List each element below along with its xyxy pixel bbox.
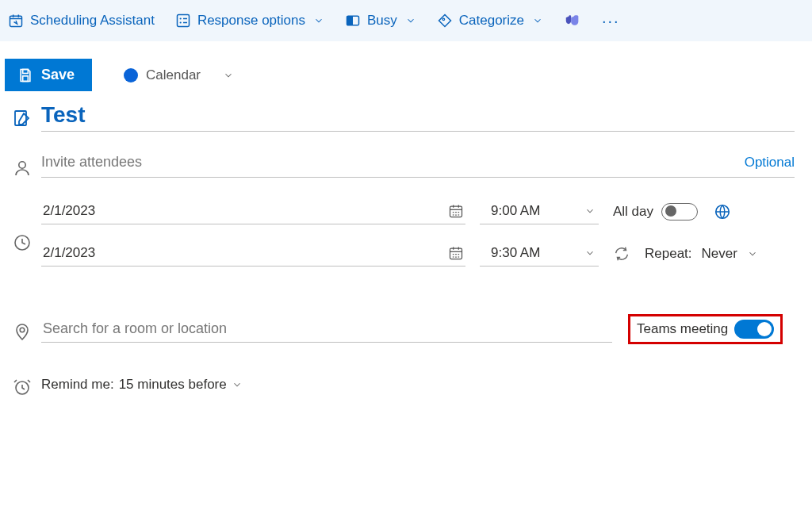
teams-app-button[interactable] xyxy=(564,12,581,29)
more-options-button[interactable]: ··· xyxy=(602,12,620,30)
attendees-input[interactable] xyxy=(41,154,745,171)
svg-point-38 xyxy=(20,328,25,332)
chevron-down-icon xyxy=(405,15,416,26)
scheduling-assistant-button[interactable]: Scheduling Assistant xyxy=(8,13,155,29)
teams-meeting-toggle[interactable] xyxy=(734,320,774,339)
repeat-label: Repeat: xyxy=(645,246,692,262)
calendar-icon xyxy=(448,203,464,219)
reminder-row: Remind me: 15 minutes before xyxy=(3,373,804,397)
svg-rect-12 xyxy=(23,69,29,73)
show-as-label: Busy xyxy=(367,13,397,29)
repeat-value: Never xyxy=(702,246,737,262)
start-time-field[interactable]: 9:00 AM xyxy=(480,198,599,224)
categorize-button[interactable]: Categorize xyxy=(437,13,543,29)
chevron-down-icon xyxy=(232,379,243,390)
svg-rect-10 xyxy=(347,16,353,25)
clock-icon xyxy=(13,233,32,252)
start-date-value: 2/1/2023 xyxy=(43,203,448,219)
start-line: 2/1/2023 9:00 AM All day xyxy=(41,198,804,224)
end-line: 2/1/2023 9:30 AM Repeat: Never xyxy=(41,240,804,267)
scheduling-assistant-label: Scheduling Assistant xyxy=(30,13,155,29)
end-time-value: 9:30 AM xyxy=(483,245,584,261)
save-label: Save xyxy=(41,67,75,83)
svg-point-11 xyxy=(442,18,445,21)
location-row: Teams meeting xyxy=(3,314,804,344)
chevron-down-icon xyxy=(313,15,324,26)
action-bar: Save Calendar xyxy=(0,41,812,99)
calendar-color-dot xyxy=(124,68,138,82)
all-day-toggle[interactable] xyxy=(661,203,698,220)
edit-icon xyxy=(13,109,32,128)
calendar-name: Calendar xyxy=(146,67,201,83)
chevron-down-icon xyxy=(584,205,596,217)
timezone-icon[interactable] xyxy=(714,203,731,220)
end-date-value: 2/1/2023 xyxy=(43,245,448,261)
svg-rect-4 xyxy=(177,15,189,27)
alarm-icon xyxy=(13,378,32,397)
show-as-button[interactable]: Busy xyxy=(345,13,416,29)
command-toolbar: Scheduling Assistant Response options Bu… xyxy=(0,0,812,41)
person-icon xyxy=(13,159,32,178)
response-options-icon xyxy=(175,13,191,29)
reminder-value: 15 minutes before xyxy=(119,377,227,393)
start-date-field[interactable]: 2/1/2023 xyxy=(41,198,465,224)
title-input[interactable] xyxy=(41,99,795,132)
svg-point-15 xyxy=(19,162,25,168)
optional-attendees-link[interactable]: Optional xyxy=(745,155,795,171)
save-icon xyxy=(17,67,33,83)
svg-point-6 xyxy=(179,21,181,23)
svg-point-5 xyxy=(179,17,181,19)
categorize-label: Categorize xyxy=(459,13,524,29)
teams-icon xyxy=(564,12,581,29)
svg-rect-13 xyxy=(23,75,29,81)
start-time-value: 9:00 AM xyxy=(483,203,584,219)
attendees-row: Optional xyxy=(3,154,804,178)
calendar-selector[interactable]: Calendar xyxy=(124,67,234,83)
end-time-field[interactable]: 9:30 AM xyxy=(480,240,599,267)
response-options-button[interactable]: Response options xyxy=(175,13,324,29)
teams-meeting-group: Teams meeting xyxy=(628,314,783,344)
end-date-field[interactable]: 2/1/2023 xyxy=(41,240,465,267)
save-button[interactable]: Save xyxy=(5,59,92,91)
chevron-down-icon xyxy=(532,15,543,26)
datetime-block: 2/1/2023 9:00 AM All day 2/1/2023 xyxy=(3,198,804,282)
response-options-label: Response options xyxy=(197,13,305,29)
repeat-selector[interactable]: Repeat: Never xyxy=(613,245,758,263)
location-input[interactable] xyxy=(43,320,611,337)
tag-icon xyxy=(437,13,453,29)
busy-icon xyxy=(345,13,361,29)
all-day-label: All day xyxy=(613,204,653,220)
repeat-icon xyxy=(613,245,630,263)
chevron-down-icon xyxy=(584,247,596,259)
calendar-icon xyxy=(448,245,464,261)
title-row xyxy=(3,99,804,132)
teams-meeting-label: Teams meeting xyxy=(637,321,728,337)
chevron-down-icon xyxy=(747,248,758,259)
event-form: Optional 2/1/2023 9:00 AM All day xyxy=(0,99,812,397)
reminder-label: Remind me: xyxy=(41,377,114,393)
reminder-selector[interactable]: Remind me: 15 minutes before xyxy=(41,377,243,393)
location-icon xyxy=(13,322,32,341)
scheduling-icon xyxy=(8,13,24,29)
chevron-down-icon xyxy=(223,70,234,81)
